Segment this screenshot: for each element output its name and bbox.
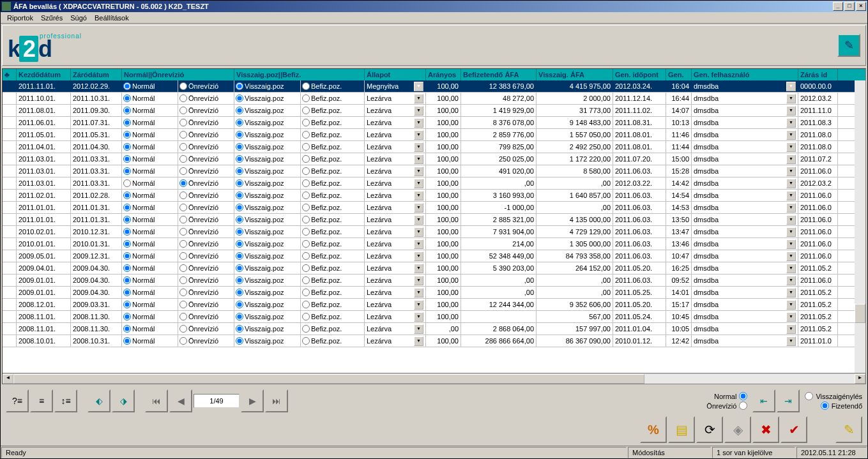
- cell-onrev[interactable]: Önrevízió: [178, 190, 234, 201]
- radio-onrev-row[interactable]: [179, 82, 187, 90]
- header-zaras-id[interactable]: Zárás id: [798, 69, 838, 80]
- header-zarodatum[interactable]: Záródátum: [71, 69, 122, 80]
- radio-befiz-row[interactable]: [302, 155, 310, 163]
- radio-visszaig-row[interactable]: [236, 179, 243, 187]
- cell-visszaig[interactable]: Visszaig.poz: [234, 250, 301, 262]
- radio-normal-row[interactable]: [123, 155, 131, 163]
- cell-onrev[interactable]: Önrevízió: [178, 177, 234, 189]
- cell-allapot[interactable]: Lezárva▼: [365, 238, 426, 250]
- radio-visszaig-row[interactable]: [236, 155, 243, 163]
- cell-normal[interactable]: Normál: [122, 80, 178, 92]
- cell-visszaig[interactable]: Visszaig.poz: [234, 238, 301, 250]
- cell-befiz[interactable]: Befiz.poz.: [301, 214, 365, 225]
- radio-normal-row[interactable]: [123, 337, 131, 345]
- cell-allapot[interactable]: Lezárva▼: [365, 165, 426, 177]
- dropdown-icon[interactable]: ▼: [414, 252, 423, 261]
- cell-genuser[interactable]: dmsdba▼: [692, 177, 798, 189]
- radio-visszaig-row[interactable]: [236, 337, 243, 345]
- cell-visszaig[interactable]: Visszaig.poz: [234, 117, 301, 128]
- header-befizetendo-afa[interactable]: Befizetendő ÁFA: [461, 69, 537, 80]
- cell-allapot[interactable]: Lezárva▼: [365, 323, 426, 335]
- cell-onrev[interactable]: Önrevízió: [178, 335, 234, 347]
- cell-normal[interactable]: Normál: [122, 275, 178, 286]
- cell-allapot[interactable]: Lezárva▼: [365, 117, 426, 128]
- cell-normal[interactable]: Normál: [122, 165, 178, 177]
- cell-genuser[interactable]: dmsdba▼: [692, 153, 798, 165]
- cell-befiz[interactable]: Befiz.poz.: [301, 105, 365, 116]
- table-row[interactable]: 2011.01.01.2011.01.31.NormálÖnrevízióVis…: [3, 214, 865, 226]
- cell-genuser[interactable]: dmsdba▼: [692, 190, 798, 201]
- cell-onrev[interactable]: Önrevízió: [178, 287, 234, 298]
- cell-allapot[interactable]: Lezárva▼: [365, 153, 426, 165]
- dropdown-icon[interactable]: ▼: [786, 252, 796, 261]
- cell-normal[interactable]: Normál: [122, 262, 178, 274]
- cell-onrev[interactable]: Önrevízió: [178, 214, 234, 225]
- dropdown-icon[interactable]: ▼: [414, 203, 423, 213]
- dropdown-icon[interactable]: ▼: [786, 203, 796, 213]
- radio-visszaig-row[interactable]: [236, 167, 243, 175]
- cell-genuser[interactable]: dmsdba▼: [692, 105, 798, 116]
- dropdown-icon[interactable]: ▼: [414, 227, 423, 237]
- radio-befiz-row[interactable]: [302, 179, 310, 187]
- dropdown-icon[interactable]: ▼: [414, 276, 423, 285]
- delete-icon[interactable]: ✖: [752, 416, 779, 443]
- cell-visszaig[interactable]: Visszaig.poz: [234, 141, 301, 153]
- table-row[interactable]: 2008.10.01.2008.10.31.NormálÖnrevízióVis…: [3, 335, 865, 347]
- cell-genuser[interactable]: dmsdba▼: [692, 262, 798, 274]
- header-kezdodatum[interactable]: Kezdődátum: [17, 69, 71, 80]
- cell-visszaig[interactable]: Visszaig.poz: [234, 323, 301, 335]
- radio-onrev-row[interactable]: [179, 216, 187, 223]
- radio-visszaig-row[interactable]: [236, 264, 243, 272]
- cell-onrev[interactable]: Önrevízió: [178, 275, 234, 286]
- cell-befiz[interactable]: Befiz.poz.: [301, 299, 365, 310]
- cell-onrev[interactable]: Önrevízió: [178, 238, 234, 250]
- hscroll-thumb[interactable]: [13, 374, 644, 384]
- radio-normal-row[interactable]: [123, 276, 131, 284]
- radio-befiz-row[interactable]: [302, 228, 310, 236]
- header-aranyos[interactable]: Arányos: [426, 69, 461, 80]
- radio-normal-row[interactable]: [123, 228, 131, 236]
- cell-befiz[interactable]: Befiz.poz.: [301, 177, 365, 189]
- radio-befiz-row[interactable]: [302, 337, 310, 345]
- radio-onrev-row[interactable]: [179, 204, 187, 211]
- cell-genuser[interactable]: dmsdba▼: [692, 141, 798, 153]
- cell-allapot[interactable]: Lezárva▼: [365, 287, 426, 298]
- cell-onrev[interactable]: Önrevízió: [178, 117, 234, 128]
- table-row[interactable]: 2008.12.01.2009.03.31.NormálÖnrevízióVis…: [3, 299, 865, 311]
- dropdown-icon[interactable]: ▼: [786, 215, 796, 225]
- radio-befiz-row[interactable]: [302, 301, 310, 308]
- cell-genuser[interactable]: dmsdba▼: [692, 323, 798, 335]
- radio-befiz-row[interactable]: [302, 119, 310, 126]
- cell-allapot[interactable]: Lezárva▼: [365, 190, 426, 201]
- table-row[interactable]: 2010.02.01.2010.12.31.NormálÖnrevízióVis…: [3, 226, 865, 238]
- cell-normal[interactable]: Normál: [122, 226, 178, 237]
- close-button[interactable]: ×: [856, 2, 866, 11]
- tb-last-button[interactable]: ⏭: [265, 389, 288, 412]
- radio-normal-row[interactable]: [123, 240, 131, 248]
- radio-onrev-row[interactable]: [179, 131, 187, 139]
- dropdown-icon[interactable]: ▼: [786, 227, 796, 237]
- dropdown-icon[interactable]: ▼: [786, 94, 796, 103]
- cell-befiz[interactable]: Befiz.poz.: [301, 287, 365, 298]
- cell-normal[interactable]: Normál: [122, 117, 178, 128]
- cell-normal[interactable]: Normál: [122, 190, 178, 201]
- table-row[interactable]: 2011.11.01.2012.02.29.NormálÖnrevízióVis…: [3, 80, 865, 93]
- money-icon[interactable]: ▤: [668, 416, 695, 443]
- percent-icon[interactable]: %: [640, 416, 667, 443]
- radio-onrev-row[interactable]: [179, 228, 187, 236]
- radio-befiz-row[interactable]: [302, 216, 310, 223]
- table-row[interactable]: 2011.03.01.2011.03.31.NormálÖnrevízióVis…: [3, 153, 865, 165]
- table-row[interactable]: 2011.10.01.2011.10.31.NormálÖnrevízióVis…: [3, 93, 865, 105]
- tb-prev-button[interactable]: ◀: [169, 389, 192, 412]
- note-icon[interactable]: ✎: [835, 416, 862, 443]
- table-row[interactable]: 2008.11.01.2008.11.30.NormálÖnrevízióVis…: [3, 323, 865, 335]
- radio-visszaig-row[interactable]: [236, 82, 243, 90]
- cell-befiz[interactable]: Befiz.poz.: [301, 335, 365, 347]
- table-row[interactable]: 2010.01.01.2010.01.31.NormálÖnrevízióVis…: [3, 238, 865, 250]
- radio-onrev-row[interactable]: [179, 155, 187, 163]
- tb-arrow-left[interactable]: ⇤: [752, 389, 775, 412]
- radio-normal-row[interactable]: [123, 167, 131, 175]
- cell-onrev[interactable]: Önrevízió: [178, 323, 234, 335]
- cell-genuser[interactable]: dmsdba▼: [692, 311, 798, 322]
- cell-befiz[interactable]: Befiz.poz.: [301, 275, 365, 286]
